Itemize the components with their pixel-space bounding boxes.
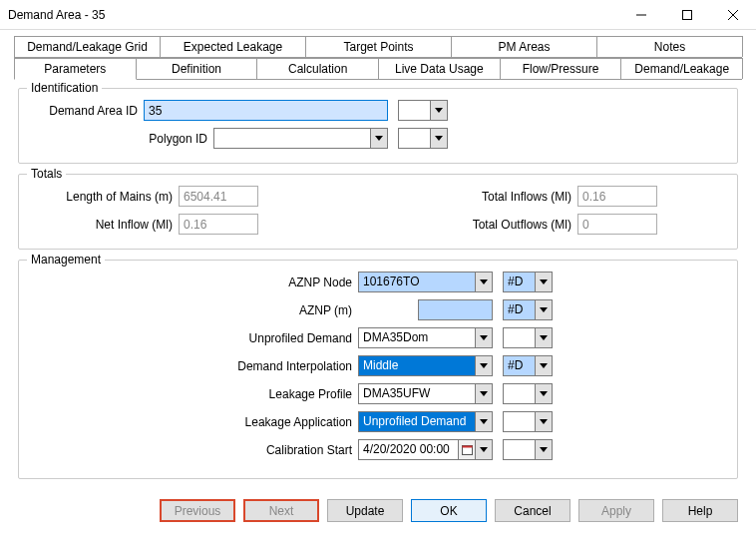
- polygon-id-combo[interactable]: [213, 128, 388, 149]
- totals-group: Totals Length of Mains (m) Total Inflows…: [18, 174, 738, 250]
- chevron-down-icon: [370, 129, 387, 148]
- demand-interpolation-label: Demand Interpolation: [29, 359, 358, 373]
- aznp-node-value: 101676TO: [359, 273, 475, 291]
- maximize-button[interactable]: [664, 0, 710, 30]
- total-inflows-input: [577, 186, 657, 207]
- calibration-start-value: 4/20/2020 00:00: [359, 440, 458, 459]
- chevron-down-icon: [475, 440, 492, 459]
- minimize-button[interactable]: [618, 0, 664, 30]
- svg-line-3: [728, 10, 738, 20]
- calibration-start-flag-combo[interactable]: [503, 439, 553, 460]
- tab-row-top: Demand/Leakage Grid Expected Leakage Tar…: [14, 36, 742, 58]
- next-button[interactable]: Next: [243, 499, 319, 522]
- svg-line-2: [728, 10, 738, 20]
- chevron-down-icon: [475, 412, 492, 431]
- polygon-id-label: Polygon ID: [29, 132, 213, 146]
- chevron-down-icon: [535, 328, 552, 347]
- flag-value: [399, 101, 430, 120]
- flag-value: #D: [504, 273, 535, 291]
- leakage-application-flag-combo[interactable]: [503, 411, 553, 432]
- chevron-down-icon: [475, 328, 492, 347]
- tab-demand-leakage-grid[interactable]: Demand/Leakage Grid: [14, 36, 161, 57]
- aznp-m-flag-combo[interactable]: #D: [503, 299, 553, 320]
- svg-rect-1: [683, 10, 692, 19]
- flag-value: [399, 129, 430, 148]
- tab-flow-pressure[interactable]: Flow/Pressure: [500, 58, 622, 79]
- calendar-icon: [458, 440, 475, 459]
- button-bar: Previous Next Update OK Cancel Apply Hel…: [0, 489, 756, 534]
- identification-legend: Identification: [27, 81, 102, 95]
- leakage-profile-flag-combo[interactable]: [503, 383, 553, 404]
- calibration-start-label: Calibration Start: [29, 443, 358, 457]
- chevron-down-icon: [535, 273, 552, 291]
- demand-area-id-input[interactable]: [144, 100, 388, 121]
- leakage-application-value: Unprofiled Demand: [359, 412, 475, 431]
- chevron-down-icon: [430, 101, 447, 120]
- tab-pm-areas[interactable]: PM Areas: [451, 36, 597, 57]
- close-button[interactable]: [710, 0, 756, 30]
- apply-button[interactable]: Apply: [578, 499, 654, 522]
- help-button[interactable]: Help: [662, 499, 738, 522]
- flag-value: [504, 328, 535, 347]
- polygon-id-value: [214, 129, 370, 148]
- svg-rect-5: [462, 446, 472, 448]
- leakage-profile-label: Leakage Profile: [29, 387, 358, 401]
- leakage-profile-value: DMA35UFW: [359, 384, 475, 403]
- net-inflow-input: [179, 214, 258, 235]
- net-inflow-label: Net Inflow (Ml): [29, 218, 179, 232]
- demand-interpolation-flag-combo[interactable]: #D: [503, 355, 553, 376]
- flag-value: [504, 384, 535, 403]
- cancel-button[interactable]: Cancel: [495, 499, 570, 522]
- tab-target-points[interactable]: Target Points: [305, 36, 452, 57]
- tab-notes[interactable]: Notes: [596, 36, 743, 57]
- aznp-node-label: AZNP Node: [29, 276, 358, 289]
- aznp-node-combo[interactable]: 101676TO: [358, 272, 493, 292]
- total-outflows-label: Total Outflows (Ml): [428, 218, 577, 232]
- calibration-start-picker[interactable]: 4/20/2020 00:00: [358, 439, 493, 460]
- leakage-application-label: Leakage Application: [29, 415, 358, 429]
- update-button[interactable]: Update: [327, 499, 403, 522]
- totals-legend: Totals: [27, 167, 66, 181]
- unprofiled-demand-combo[interactable]: DMA35Dom: [358, 327, 493, 348]
- flag-value: #D: [504, 356, 535, 375]
- titlebar: Demand Area - 35: [0, 0, 756, 30]
- aznp-m-label: AZNP (m): [29, 303, 358, 317]
- leakage-application-combo[interactable]: Unprofiled Demand: [358, 411, 493, 432]
- chevron-down-icon: [535, 300, 552, 319]
- demand-area-id-label: Demand Area ID: [29, 104, 144, 118]
- tab-expected-leakage[interactable]: Expected Leakage: [160, 36, 306, 57]
- chevron-down-icon: [475, 356, 492, 375]
- total-outflows-input: [577, 214, 657, 235]
- chevron-down-icon: [475, 273, 492, 291]
- total-inflows-label: Total Inflows (Ml): [428, 190, 577, 204]
- previous-button[interactable]: Previous: [160, 499, 235, 522]
- leakage-profile-combo[interactable]: DMA35UFW: [358, 383, 493, 404]
- chevron-down-icon: [535, 356, 552, 375]
- aznp-m-input[interactable]: [418, 299, 493, 320]
- tab-parameters[interactable]: Parameters: [14, 58, 137, 80]
- flag-value: #D: [504, 300, 535, 319]
- unprofiled-demand-value: DMA35Dom: [359, 328, 475, 347]
- length-of-mains-input: [179, 186, 258, 207]
- tab-demand-leakage[interactable]: Demand/Leakage: [620, 58, 743, 79]
- demand-area-id-flag-combo[interactable]: [398, 100, 448, 121]
- chevron-down-icon: [535, 384, 552, 403]
- aznp-node-flag-combo[interactable]: #D: [503, 272, 553, 292]
- flag-value: [504, 412, 535, 431]
- tab-row-bottom: Parameters Definition Calculation Live D…: [14, 58, 742, 80]
- demand-interpolation-combo[interactable]: Middle: [358, 355, 493, 376]
- unprofiled-demand-flag-combo[interactable]: [503, 327, 553, 348]
- tab-definition[interactable]: Definition: [136, 58, 258, 79]
- unprofiled-demand-label: Unprofiled Demand: [29, 331, 358, 345]
- management-group: Management AZNP Node 101676TO #D AZNP (m…: [18, 260, 738, 479]
- chevron-down-icon: [535, 412, 552, 431]
- length-of-mains-label: Length of Mains (m): [29, 190, 179, 204]
- tab-calculation[interactable]: Calculation: [256, 58, 379, 79]
- ok-button[interactable]: OK: [411, 499, 487, 522]
- management-legend: Management: [27, 253, 105, 267]
- tab-live-data-usage[interactable]: Live Data Usage: [378, 58, 501, 79]
- identification-group: Identification Demand Area ID Polygon ID: [18, 88, 738, 164]
- polygon-id-flag-combo[interactable]: [398, 128, 448, 149]
- chevron-down-icon: [535, 440, 552, 459]
- chevron-down-icon: [430, 129, 447, 148]
